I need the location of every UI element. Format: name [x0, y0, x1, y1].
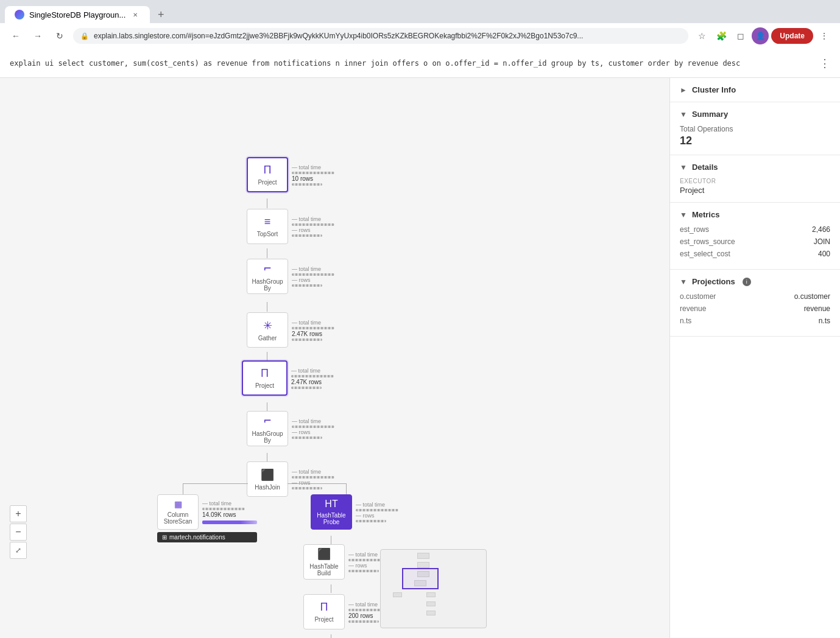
node-gather[interactable]: ✳ Gather — total time 2.47K rows: [247, 312, 334, 348]
update-button[interactable]: Update: [771, 28, 813, 44]
node-hashjoin[interactable]: ⬛ HashJoin — total time — rows: [247, 461, 334, 497]
hgb2-time-bar: [292, 426, 334, 428]
sql-query: explain ui select customer, sum(cost_cen…: [10, 59, 740, 68]
header-menu-icon[interactable]: ⋮: [819, 57, 830, 70]
extensions-icon[interactable]: 🧩: [713, 27, 730, 44]
h-connector-right: [288, 483, 347, 484]
executor-value: Project: [680, 186, 830, 195]
projections-header[interactable]: ▼ Projections i: [680, 277, 830, 286]
node-columnstorescan[interactable]: ▦ ColumnStoreScan — total time 14.09K ro…: [157, 494, 257, 542]
hashtablebuild-icon: ⬛: [317, 547, 331, 561]
hashgroupby2-node-label: HashGroupBy: [252, 430, 283, 444]
gather-node-box[interactable]: ✳ Gather: [247, 312, 288, 348]
htp-rows-bar: [356, 520, 386, 522]
p3-rows-bar: [348, 620, 379, 623]
hashtableprobe-node-box[interactable]: HT HashTableProbe: [311, 494, 352, 530]
hashgroupby2-node-box[interactable]: ⌐ HashGroupBy: [247, 411, 288, 446]
minimap-node-1: [417, 553, 429, 559]
node-project3[interactable]: Π Project — total time 200 rows: [303, 594, 391, 629]
details-title: Details: [692, 163, 718, 172]
metric-est-rows: est_rows 2,466: [680, 225, 830, 234]
zoom-out-button[interactable]: −: [10, 524, 27, 541]
back-button[interactable]: ←: [7, 27, 24, 44]
details-chevron-icon: ▼: [680, 163, 687, 172]
project3-node-box[interactable]: Π Project: [303, 594, 345, 629]
gather-rows-bar: [292, 338, 322, 341]
reload-button[interactable]: ↻: [51, 27, 68, 44]
p2-rows-bar: [291, 387, 322, 389]
hashtablebuild-node-box[interactable]: ⬛ HashTableBuild: [303, 544, 345, 580]
hgb2-rows-bar: [292, 436, 322, 439]
project2-icon: Π: [261, 367, 269, 380]
zoom-in-button[interactable]: +: [10, 505, 27, 522]
topsort-node-box[interactable]: ≡ TopSort: [247, 209, 288, 244]
url-bar[interactable]: 🔒 explain.labs.singlestore.com/#json=eJz…: [73, 28, 688, 44]
hgb1-time-bar: [292, 273, 334, 276]
node-hashtableprobe[interactable]: HT HashTableProbe — total time — rows: [311, 494, 398, 530]
app-header: explain ui select customer, sum(cost_cen…: [0, 49, 840, 78]
hj-time-bar: [292, 476, 334, 479]
notifications-table-badge: ⊞ martech.notifications: [157, 532, 257, 542]
hashgroupby1-node-box[interactable]: ⌐ HashGroupBy: [247, 259, 288, 294]
fullscreen-button[interactable]: ⤢: [10, 542, 27, 559]
node-hashgroupby2[interactable]: ⌐ HashGroupBy — total time — rows: [247, 411, 334, 446]
node-hashtablebuild[interactable]: ⬛ HashTableBuild — total time — rows: [303, 544, 391, 580]
metrics-content: est_rows 2,466 est_rows_source JOIN est_…: [680, 225, 830, 258]
columnstorescan-metrics: — total time 14.09K rows: [199, 500, 257, 524]
table-badge-icon: ⊞: [162, 534, 167, 541]
security-lock-icon: 🔒: [80, 32, 89, 40]
node-hashgroupby1[interactable]: ⌐ HashGroupBy — total time — rows: [247, 259, 334, 294]
columnstorescan-icon: ▦: [174, 499, 182, 509]
project2-node-box[interactable]: Π Project: [242, 360, 288, 396]
extension2-icon[interactable]: ◻: [732, 27, 749, 44]
tab-close-button[interactable]: ✕: [130, 10, 140, 19]
minimap-node-6: [426, 592, 436, 597]
connector-4: [267, 352, 267, 360]
profile-avatar[interactable]: 👤: [752, 27, 769, 44]
node-project-top[interactable]: Π Project — total time 10 rows: [247, 157, 334, 192]
v-connector-left: [183, 483, 183, 494]
hashjoin-icon: ⬛: [261, 468, 274, 482]
topsort-time-bar: [292, 223, 334, 226]
hashjoin-node-box[interactable]: ⬛ HashJoin: [247, 461, 288, 497]
menu-icon[interactable]: ⋮: [816, 27, 833, 44]
v-connector-htp: [331, 536, 331, 544]
minimap-node-7: [426, 601, 436, 606]
hashtableprobe-metrics: — total time — rows: [352, 502, 398, 522]
details-header[interactable]: ▼ Details: [680, 163, 830, 172]
project-node-box[interactable]: Π Project: [247, 157, 288, 192]
topsort-icon: ≡: [264, 216, 271, 228]
bookmark-icon[interactable]: ☆: [693, 27, 710, 44]
url-text: explain.labs.singlestore.com/#json=eJzdG…: [94, 32, 681, 40]
details-content: EXECUTOR Project: [680, 178, 830, 195]
css-progress-bar: [202, 521, 257, 524]
summary-header[interactable]: ▼ Summary: [680, 110, 830, 119]
node-topsort[interactable]: ≡ TopSort — total time — rows: [247, 209, 334, 244]
metrics-chevron-icon: ▼: [680, 211, 687, 219]
summary-content: Total Operations 12: [680, 125, 830, 147]
minimap-viewport: [402, 568, 439, 589]
node-project2[interactable]: Π Project — total time 2.47K rows: [242, 360, 334, 396]
v-connector-htb: [331, 584, 331, 593]
columnstorescan-node-box[interactable]: ▦ ColumnStoreScan: [157, 494, 199, 530]
htp-time-bar: [356, 509, 398, 511]
p2-time-bar: [291, 375, 334, 377]
new-tab-button[interactable]: +: [152, 6, 169, 23]
project2-metrics: — total time 2.47K rows: [288, 368, 334, 389]
v-connector-right: [346, 483, 347, 494]
hashjoin-node-label: HashJoin: [255, 484, 280, 491]
projections-info-icon[interactable]: i: [743, 278, 751, 286]
metrics-section: ▼ Metrics est_rows 2,466 est_rows_source…: [670, 203, 840, 270]
hashjoin-metrics: — total time — rows: [288, 469, 334, 489]
metrics-header[interactable]: ▼ Metrics: [680, 210, 830, 219]
cluster-info-header[interactable]: ► Cluster Info: [680, 85, 830, 94]
details-section: ▼ Details EXECUTOR Project: [670, 155, 840, 203]
active-tab[interactable]: SingleStoreDB Playgroun... ✕: [5, 6, 150, 23]
total-ops-value: 12: [680, 135, 830, 147]
canvas-area[interactable]: Π Project — total time 10 rows ≡ TopSort: [0, 78, 669, 638]
gather-node-label: Gather: [258, 335, 277, 342]
forward-button[interactable]: →: [29, 27, 46, 44]
topsort-metrics: — total time — rows: [288, 216, 334, 237]
right-panel: ► Cluster Info ▼ Summary Total Operation…: [669, 78, 840, 638]
connector-3: [267, 302, 267, 312]
